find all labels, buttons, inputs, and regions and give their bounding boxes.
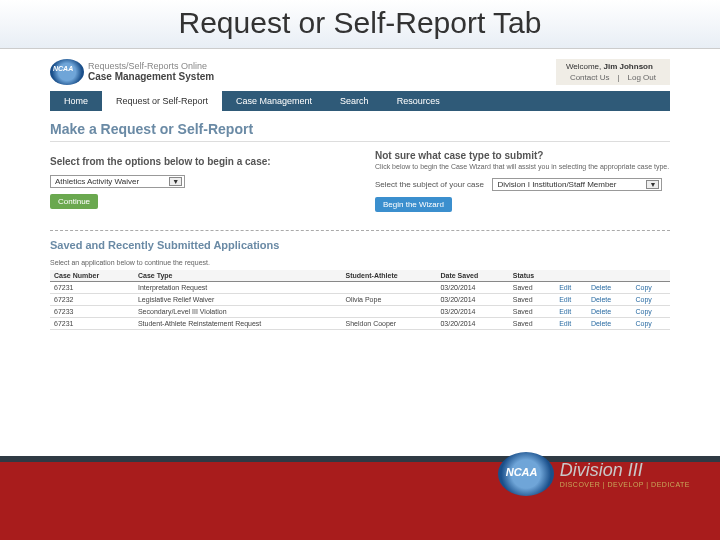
two-column-layout: Select from the options below to begin a… xyxy=(50,150,670,212)
welcome-box: Welcome, Jim Johnson Contact Us|Log Out xyxy=(556,59,670,85)
table-row: 67233Secondary/Level III Violation03/20/… xyxy=(50,306,670,318)
continue-button[interactable]: Continue xyxy=(50,194,98,209)
wizard-heading: Not sure what case type to submit? xyxy=(375,150,670,161)
footer-tagline: DISCOVER | DEVELOP | DEDICATE xyxy=(560,481,690,488)
cell-date: 03/20/2014 xyxy=(436,282,508,294)
brand: Requests/Self-Reports Online Case Manage… xyxy=(50,59,214,85)
copy-link[interactable]: Copy xyxy=(636,308,652,315)
copy-link[interactable]: Copy xyxy=(636,320,652,327)
nav-case-management[interactable]: Case Management xyxy=(222,91,326,111)
cell-case-type: Legislative Relief Waiver xyxy=(134,294,342,306)
edit-link[interactable]: Edit xyxy=(559,320,571,327)
cell-student-athlete: Olivia Pope xyxy=(342,294,437,306)
subject-label: Select the subject of your case xyxy=(375,180,484,189)
col-date-saved: Date Saved xyxy=(436,270,508,282)
cell-case-number: 67233 xyxy=(50,306,134,318)
ncaa-logo-icon xyxy=(498,452,554,496)
slide-title: Request or Self-Report Tab xyxy=(0,0,720,49)
cell-student-athlete: Sheldon Cooper xyxy=(342,318,437,330)
right-column: Not sure what case type to submit? Click… xyxy=(375,150,670,212)
nav-home[interactable]: Home xyxy=(50,91,102,111)
welcome-user: Jim Johnson xyxy=(604,62,653,71)
delete-link[interactable]: Delete xyxy=(591,296,611,303)
welcome-prefix: Welcome, xyxy=(566,62,604,71)
case-type-select[interactable]: Athletics Activity Waiver ▼ xyxy=(50,175,185,188)
case-type-value: Athletics Activity Waiver xyxy=(55,177,139,186)
delete-link[interactable]: Delete xyxy=(591,284,611,291)
delete-link[interactable]: Delete xyxy=(591,320,611,327)
copy-link[interactable]: Copy xyxy=(636,296,652,303)
logout-link[interactable]: Log Out xyxy=(628,73,656,82)
table-row: 67231Interpretation Request03/20/2014Sav… xyxy=(50,282,670,294)
table-row: 67232Legislative Relief WaiverOlivia Pop… xyxy=(50,294,670,306)
nav-request-self-report[interactable]: Request or Self-Report xyxy=(102,91,222,111)
begin-wizard-button[interactable]: Begin the Wizard xyxy=(375,197,452,212)
nav-resources[interactable]: Resources xyxy=(383,91,454,111)
saved-heading: Saved and Recently Submitted Application… xyxy=(50,239,670,251)
cell-date: 03/20/2014 xyxy=(436,318,508,330)
cell-student-athlete xyxy=(342,306,437,318)
subject-select[interactable]: Division I Institution/Staff Member ▼ xyxy=(492,178,662,191)
chevron-down-icon: ▼ xyxy=(169,177,182,186)
cell-status: Saved xyxy=(509,306,555,318)
cell-status: Saved xyxy=(509,294,555,306)
system-title: Requests/Self-Reports Online Case Manage… xyxy=(88,62,214,83)
cell-date: 03/20/2014 xyxy=(436,306,508,318)
dashed-divider xyxy=(50,230,670,231)
app-window: Requests/Self-Reports Online Case Manage… xyxy=(50,57,670,330)
app-header: Requests/Self-Reports Online Case Manage… xyxy=(50,57,670,91)
main-nav: Home Request or Self-Report Case Managem… xyxy=(50,91,670,111)
system-title-line1: Requests/Self-Reports Online xyxy=(88,62,214,72)
left-column: Select from the options below to begin a… xyxy=(50,150,345,212)
copy-link[interactable]: Copy xyxy=(636,284,652,291)
slide-footer: Division III DISCOVER | DEVELOP | DEDICA… xyxy=(0,456,720,540)
edit-link[interactable]: Edit xyxy=(559,308,571,315)
nav-search[interactable]: Search xyxy=(326,91,383,111)
cell-case-number: 67231 xyxy=(50,282,134,294)
col-status: Status xyxy=(509,270,555,282)
cell-case-type: Interpretation Request xyxy=(134,282,342,294)
division-label: Division III xyxy=(560,460,690,481)
cell-status: Saved xyxy=(509,282,555,294)
edit-link[interactable]: Edit xyxy=(559,296,571,303)
col-case-number: Case Number xyxy=(50,270,134,282)
edit-link[interactable]: Edit xyxy=(559,284,571,291)
table-header-row: Case Number Case Type Student-Athlete Da… xyxy=(50,270,670,282)
cell-case-number: 67232 xyxy=(50,294,134,306)
subject-value: Division I Institution/Staff Member xyxy=(497,180,616,189)
table-row: 67231Student-Athlete Reinstatement Reque… xyxy=(50,318,670,330)
cell-case-number: 67231 xyxy=(50,318,134,330)
delete-link[interactable]: Delete xyxy=(591,308,611,315)
cell-case-type: Secondary/Level III Violation xyxy=(134,306,342,318)
left-heading: Select from the options below to begin a… xyxy=(50,156,345,167)
cell-student-athlete xyxy=(342,282,437,294)
saved-subtext: Select an application below to continue … xyxy=(50,259,670,266)
applications-table: Case Number Case Type Student-Athlete Da… xyxy=(50,270,670,330)
ncaa-logo-icon xyxy=(50,59,84,85)
system-title-line2: Case Management System xyxy=(88,71,214,82)
footer-logo: Division III DISCOVER | DEVELOP | DEDICA… xyxy=(498,452,690,496)
contact-link[interactable]: Contact Us xyxy=(570,73,610,82)
col-case-type: Case Type xyxy=(134,270,342,282)
chevron-down-icon: ▼ xyxy=(646,180,659,189)
wizard-text: Click below to begin the Case Wizard tha… xyxy=(375,163,670,170)
cell-date: 03/20/2014 xyxy=(436,294,508,306)
cell-case-type: Student-Athlete Reinstatement Request xyxy=(134,318,342,330)
divider xyxy=(50,141,670,142)
page-title: Make a Request or Self-Report xyxy=(50,121,670,137)
cell-status: Saved xyxy=(509,318,555,330)
col-student-athlete: Student-Athlete xyxy=(342,270,437,282)
